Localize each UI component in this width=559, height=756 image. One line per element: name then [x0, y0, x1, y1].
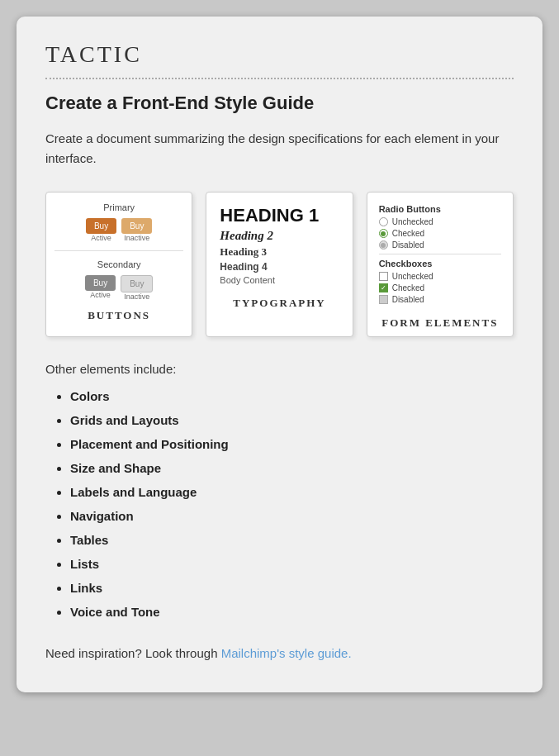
list-item: Labels and Language	[70, 483, 514, 501]
secondary-inactive-label: Inactive	[124, 292, 149, 301]
radio-disabled-label: Disabled	[392, 240, 424, 250]
secondary-label: Secondary	[97, 259, 141, 269]
checkbox-disabled-item: Disabled	[379, 295, 501, 304]
active-label: Active	[91, 234, 111, 242]
mailchimp-style-guide-link[interactable]: Mailchimp's style guide.	[221, 646, 352, 660]
radio-unchecked-label: Unchecked	[392, 217, 433, 226]
radio-unchecked-item: Unchecked	[379, 217, 501, 226]
typo-h2: Heading 2	[220, 229, 339, 243]
typography-card-content: HEADING 1 Heading 2 Heading 3 Heading 4 …	[215, 202, 343, 288]
list-item: Placement and Positioning	[70, 435, 514, 453]
form-divider	[379, 254, 501, 254]
style-previews-row: Primary Buy Active Buy Inactive Secondar…	[45, 192, 514, 337]
typo-h1: HEADING 1	[220, 206, 339, 226]
list-item: Grids and Layouts	[70, 411, 514, 429]
typography-preview-card: HEADING 1 Heading 2 Heading 3 Heading 4 …	[206, 192, 353, 337]
form-card-content: Radio Buttons Unchecked Checked Disabled…	[376, 202, 505, 308]
typo-h3: Heading 3	[220, 245, 339, 259]
footer-text: Need inspiration? Look through Mailchimp…	[45, 644, 514, 663]
primary-label: Primary	[103, 202, 135, 212]
primary-buttons-row: Buy Active Buy Inactive	[86, 218, 152, 242]
description-text: Create a document summarizing the design…	[45, 129, 514, 169]
primary-inactive-item: Buy Inactive	[121, 218, 152, 242]
radio-unchecked-icon	[379, 217, 388, 226]
radio-title: Radio Buttons	[379, 204, 501, 214]
form-elements-preview-card: Radio Buttons Unchecked Checked Disabled…	[367, 192, 514, 337]
secondary-inactive-button[interactable]: Buy	[121, 275, 153, 292]
buttons-card-content: Primary Buy Active Buy Inactive Secondar…	[54, 202, 183, 301]
typography-caption: Typography	[233, 297, 325, 310]
main-card: Tactic Create a Front-End Style Guide Cr…	[17, 17, 542, 692]
elements-list: Colors Grids and Layouts Placement and P…	[45, 388, 514, 620]
secondary-active-button[interactable]: Buy	[85, 275, 116, 291]
form-elements-caption: Form Elements	[381, 316, 498, 330]
typo-body: Body Content	[220, 275, 339, 285]
tactic-label: Tactic	[45, 41, 514, 79]
secondary-active-item: Buy Active	[85, 275, 116, 301]
page-title: Create a Front-End Style Guide	[45, 93, 514, 114]
buttons-preview-card: Primary Buy Active Buy Inactive Secondar…	[45, 192, 192, 337]
checkbox-title: Checkboxes	[379, 259, 501, 269]
checkbox-checked-item: ✓ Checked	[379, 283, 501, 292]
secondary-buttons-row: Buy Active Buy Inactive	[85, 275, 153, 301]
primary-inactive-button[interactable]: Buy	[121, 218, 152, 234]
list-item: Tables	[70, 531, 514, 549]
radio-checked-icon	[379, 229, 388, 238]
list-item: Colors	[70, 388, 514, 405]
checkbox-checked-label: Checked	[392, 283, 424, 292]
secondary-active-label: Active	[90, 291, 111, 299]
list-item: Voice and Tone	[70, 603, 514, 620]
checkbox-unchecked-label: Unchecked	[392, 272, 433, 281]
primary-active-item: Buy Active	[86, 218, 116, 242]
list-item: Size and Shape	[70, 459, 514, 477]
list-item: Links	[70, 579, 514, 597]
footer-text-before: Need inspiration? Look through	[45, 646, 221, 660]
radio-disabled-item: Disabled	[379, 240, 501, 250]
checkbox-disabled-icon	[379, 295, 388, 304]
checkbox-unchecked-icon	[379, 272, 388, 281]
radio-checked-item: Checked	[379, 229, 501, 238]
checkbox-unchecked-item: Unchecked	[379, 272, 501, 281]
checkbox-disabled-label: Disabled	[392, 295, 424, 304]
secondary-inactive-item: Buy Inactive	[121, 275, 153, 301]
btn-divider	[54, 250, 183, 251]
checkbox-checked-icon: ✓	[379, 283, 388, 292]
list-item: Lists	[70, 555, 514, 573]
other-elements-intro: Other elements include:	[45, 362, 514, 376]
typo-h4: Heading 4	[220, 261, 339, 273]
primary-active-button[interactable]: Buy	[86, 218, 116, 234]
inactive-label: Inactive	[124, 234, 149, 242]
buttons-caption: Buttons	[88, 309, 150, 322]
radio-checked-label: Checked	[392, 229, 424, 238]
radio-disabled-icon	[379, 240, 388, 250]
list-item: Navigation	[70, 507, 514, 525]
